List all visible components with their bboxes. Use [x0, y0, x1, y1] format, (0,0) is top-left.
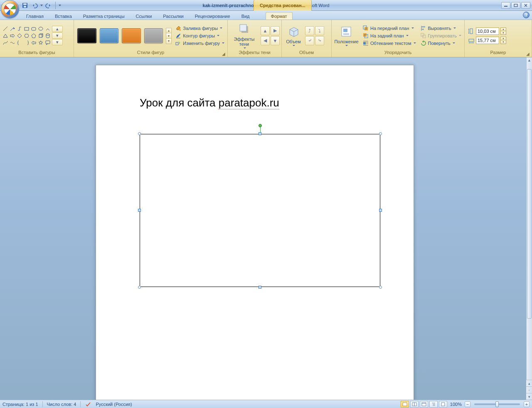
shapes-gallery[interactable] [2, 25, 51, 46]
shape-outline-button[interactable]: Контур фигуры [174, 32, 226, 40]
minimize-button[interactable] [501, 2, 510, 9]
shapes-more[interactable]: ▾ [52, 39, 63, 45]
shape-oval-icon[interactable] [37, 25, 44, 32]
width-input[interactable]: 15,77 см [476, 37, 499, 44]
scroll-up[interactable]: ▲ [527, 57, 532, 63]
zoom-knob[interactable] [495, 401, 499, 407]
qat-redo[interactable] [44, 1, 53, 10]
view-print-layout[interactable] [401, 401, 409, 408]
align-button[interactable]: Выровнять [419, 25, 463, 32]
tab-mailings[interactable]: Рассылки [158, 12, 189, 20]
shape-diamond-icon[interactable] [16, 32, 23, 39]
shape-can-icon[interactable] [44, 32, 51, 39]
tab-view[interactable]: Вид [236, 12, 255, 20]
scroll-thumb[interactable] [527, 69, 532, 319]
shape-callout-icon[interactable] [44, 39, 51, 46]
qat-undo[interactable] [30, 1, 39, 10]
zoom-slider[interactable] [474, 403, 520, 405]
next-page[interactable]: ▾ [526, 393, 532, 400]
document-heading[interactable]: Урок для сайта paratapok.ru [140, 96, 279, 109]
style-swatch-3[interactable] [122, 28, 141, 43]
send-back-button[interactable]: На задний план [361, 32, 417, 40]
shape-hex-icon[interactable] [23, 32, 30, 39]
position-button[interactable]: Положение [333, 24, 360, 47]
tilt-up[interactable]: ⤴ [305, 26, 314, 35]
shape-larrow-icon[interactable] [30, 39, 37, 46]
qat-customize[interactable] [58, 1, 62, 10]
select-browse-object[interactable]: ◦ [526, 386, 532, 393]
shape-rarrow-icon[interactable] [9, 32, 16, 39]
shapes-scroll-up[interactable]: ▴ [52, 26, 63, 32]
proofing-icon[interactable] [85, 401, 91, 408]
shape-star-icon[interactable] [37, 39, 44, 46]
view-outline[interactable] [429, 401, 438, 408]
shape-connector2-icon[interactable] [44, 25, 51, 32]
view-web[interactable] [420, 401, 428, 408]
page[interactable]: Урок для сайта paratapok.ru [96, 65, 414, 400]
qat-save[interactable] [21, 1, 29, 10]
height-spinner[interactable]: ▲▼ [500, 27, 506, 35]
shadow-right[interactable]: ▶ [271, 26, 280, 35]
maximize-button[interactable] [511, 2, 520, 9]
zoom-in[interactable]: + [524, 401, 530, 407]
close-button[interactable] [521, 2, 530, 9]
shape-fill-button[interactable]: Заливка фигуры [174, 25, 226, 32]
shape-line-icon[interactable] [2, 25, 9, 32]
shape-roundrect-icon[interactable] [30, 25, 37, 32]
width-spinner[interactable]: ▲▼ [500, 37, 506, 44]
tab-insert[interactable]: Вставка [49, 12, 77, 20]
group-button[interactable]: Группировать [419, 32, 463, 40]
office-button[interactable] [1, 0, 19, 18]
tab-format[interactable]: Формат [266, 12, 293, 20]
group-label-3d: Объем [283, 50, 330, 56]
shadow-effects-button[interactable]: Эффекты тени [229, 22, 259, 49]
bring-front-button[interactable]: На передний план [361, 25, 417, 32]
shadow-up[interactable]: ▲ [261, 26, 270, 35]
shadow-down[interactable]: ▼ [271, 36, 280, 45]
view-full-screen[interactable] [410, 401, 419, 408]
size-dialog-launcher[interactable]: ◢ [525, 51, 531, 57]
rotate-button[interactable]: Повернуть [419, 40, 463, 47]
shape-connector-icon[interactable] [16, 25, 23, 32]
shape-arrow-icon[interactable] [9, 25, 16, 32]
zoom-value[interactable]: 100% [450, 402, 462, 407]
style-more[interactable]: ▾ [166, 38, 172, 44]
tilt-down[interactable]: ⤷ [315, 36, 324, 45]
tab-home[interactable]: Главная [21, 12, 49, 20]
shape-cube-icon[interactable] [37, 32, 44, 39]
shape-brace2-icon[interactable] [23, 39, 30, 46]
shadow-left[interactable]: ◀ [261, 36, 270, 45]
help-button[interactable]: ? [523, 12, 530, 18]
style-scroll-up[interactable]: ▴ [166, 28, 172, 34]
style-swatch-4[interactable] [144, 28, 163, 43]
shape-pent-icon[interactable] [30, 32, 37, 39]
status-words[interactable]: Число слов: 4 [47, 402, 76, 407]
shapes-scroll-down[interactable]: ▾ [52, 32, 63, 39]
shape-styles-dialog-launcher[interactable]: ◢ [221, 51, 227, 57]
view-draft[interactable] [439, 401, 447, 408]
tilt-right[interactable]: ⤵ [315, 26, 324, 35]
shape-curve2-icon[interactable] [9, 39, 16, 46]
tab-references[interactable]: Ссылки [131, 12, 158, 20]
document-area[interactable]: Урок для сайта paratapok.ru [0, 57, 526, 400]
zoom-out[interactable]: − [465, 401, 470, 407]
style-swatch-2[interactable] [100, 28, 119, 43]
status-page[interactable]: Страница: 1 из 1 [2, 402, 38, 407]
status-language[interactable]: Русский (Россия) [96, 402, 132, 407]
3d-effects-button[interactable]: Объем [283, 24, 303, 47]
vertical-scrollbar[interactable]: ▲ ▼ [526, 57, 532, 400]
height-input[interactable]: 10,03 см [476, 27, 499, 35]
shape-rect-icon[interactable] [23, 25, 30, 32]
qat-undo-dropdown[interactable] [40, 1, 43, 10]
prev-page[interactable]: ▴ [526, 380, 532, 386]
tilt-left[interactable]: ⤶ [305, 36, 314, 45]
tab-review[interactable]: Рецензирование [190, 12, 236, 20]
shape-brace-icon[interactable] [16, 39, 23, 46]
shape-triangle-icon[interactable] [2, 32, 9, 39]
shape-curve-icon[interactable] [2, 39, 9, 46]
text-wrap-button[interactable]: Обтекание текстом [361, 40, 417, 47]
style-scroll-down[interactable]: ▾ [166, 33, 172, 39]
tab-page-layout[interactable]: Разметка страницы [78, 12, 130, 20]
style-swatch-1[interactable] [77, 28, 96, 43]
change-shape-button[interactable]: Изменить фигуру [174, 40, 226, 47]
